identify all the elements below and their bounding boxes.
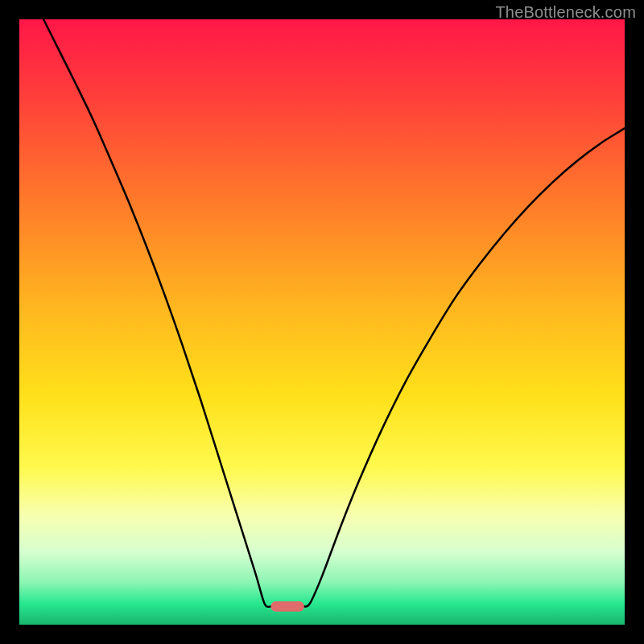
optimal-marker <box>270 601 303 612</box>
bottleneck-chart <box>19 19 625 625</box>
chart-frame <box>19 19 625 625</box>
gradient-background <box>19 19 625 625</box>
watermark-text: TheBottleneck.com <box>495 3 636 22</box>
